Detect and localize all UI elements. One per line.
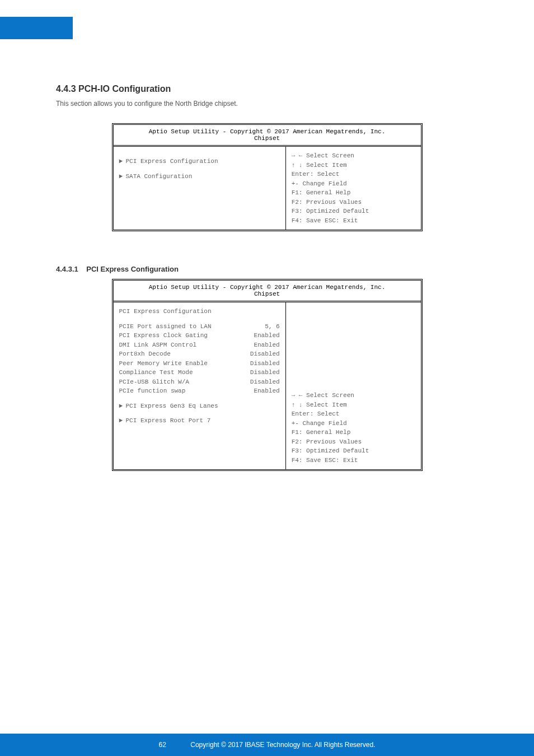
bios-pane-header: PCI Express Configuration [119,307,280,316]
bios-item[interactable]: PCIE Port assigned to LAN 5, 6 [119,322,280,332]
help-line: Enter: Select [292,170,415,179]
bios-item-value: Disabled [250,359,280,368]
bios-item[interactable]: ► PCI Express Gen3 Eq Lanes [119,402,280,411]
bios-item-label: PCIe function swap [119,386,254,396]
bios-item[interactable]: ► PCI Express Root Port 7 [119,416,280,426]
section-paragraph: This section allows you to configure the… [56,99,478,109]
triangle-right-icon: ► [119,157,126,166]
help-line: F1: General Help [292,428,415,437]
bios-item-label: PCI Express Root Port 7 [126,416,280,426]
bios-item-label: PCIE Port assigned to LAN [119,322,265,332]
bios-item-label: Peer Memory Write Enable [119,359,250,368]
section-title: PCH-IO Configuration [78,84,171,94]
subsection-title: PCI Express Configuration [86,265,179,273]
footer-bar: 62 Copyright © 2017 IBASE Technology Inc… [0,734,534,756]
bios-item[interactable]: Port8xh Decode Disabled [119,349,280,359]
footer-text: Copyright © 2017 IBASE Technology Inc. A… [190,741,375,749]
bios-item[interactable]: PCI Express Clock Gating Enabled [119,331,280,340]
triangle-right-icon: ► [119,402,126,411]
bios-setup-label: Aptio Setup Utility - Copyright © 2017 A… [114,284,421,291]
help-line: F4: Save ESC: Exit [292,456,415,465]
bios-left-pane: PCI Express Configuration PCIE Port assi… [114,302,285,469]
bios-item-label: PCI Express Clock Gating [119,331,254,340]
bios-item-label: Compliance Test Mode [119,368,250,377]
help-line: F2: Previous Values [292,198,415,207]
bios-item[interactable]: ► PCI Express Configuration [119,157,280,166]
bios-item-value: Enabled [254,340,279,350]
help-line: +- Change Field [292,419,415,428]
help-line: F3: Optimized Default [292,207,415,216]
bios-item-label: Port8xh Decode [119,349,250,359]
bios-tab-label: Chipset [114,291,421,297]
help-line: ↑ ↓ Select Item [292,400,415,410]
bios-item-value: Disabled [250,349,280,359]
section-heading: 4.4.3 PCH-IO Configuration [56,84,478,94]
help-line: F3: Optimized Default [292,446,415,456]
help-line: ↑ ↓ Select Item [292,161,415,170]
help-line: F1: General Help [292,188,415,198]
help-line: F2: Previous Values [292,437,415,447]
bios-item-value: Disabled [250,377,280,387]
bios-title: Aptio Setup Utility - Copyright © 2017 A… [114,281,421,302]
logo-box [0,17,73,39]
page-number: 62 [159,741,166,749]
bios-item-label: PCIe-USB Glitch W/A [119,377,250,387]
bios-tab-label: Chipset [114,135,421,142]
bios-item[interactable]: DMI Link ASPM Control Enabled [119,340,280,350]
bios-item-value: Enabled [254,386,279,396]
bios-item[interactable]: ► SATA Configuration [119,172,280,181]
bios-item-label: PCI Express Configuration [126,157,280,166]
help-line: +- Change Field [292,179,415,189]
triangle-right-icon: ► [119,172,126,181]
bios-item[interactable]: Compliance Test Mode Disabled [119,368,280,377]
bios-item-label: DMI Link ASPM Control [119,340,254,350]
bios-left-pane: ► PCI Express Configuration ► SATA Confi… [114,147,285,230]
help-line: Enter: Select [292,409,415,419]
bios-item[interactable]: Peer Memory Write Enable Disabled [119,359,280,368]
triangle-right-icon: ► [119,416,126,426]
bios-item-value: 5, 6 [265,322,279,332]
subsection-number: 4.4.3.1 [56,265,78,273]
bios-box-pci-express: Aptio Setup Utility - Copyright © 2017 A… [112,279,423,471]
bios-item-value: Enabled [254,331,279,340]
bios-box-pch-io: Aptio Setup Utility - Copyright © 2017 A… [112,123,423,231]
subsection-heading: 4.4.3.1 PCI Express Configuration [56,265,478,273]
bios-setup-label: Aptio Setup Utility - Copyright © 2017 A… [114,128,421,135]
help-line: → ← Select Screen [292,391,415,400]
bios-body: ► PCI Express Configuration ► SATA Confi… [114,147,421,230]
help-line: F4: Save ESC: Exit [292,216,415,226]
bios-body: PCI Express Configuration PCIE Port assi… [114,302,421,469]
bios-item[interactable]: PCIe function swap Enabled [119,386,280,396]
page: 4.4.3 PCH-IO Configuration This section … [0,0,534,756]
bios-item-label: SATA Configuration [126,172,280,181]
bios-title: Aptio Setup Utility - Copyright © 2017 A… [114,125,421,147]
section-number: 4.4.3 [56,84,76,94]
bios-item-label: PCI Express Gen3 Eq Lanes [126,402,280,411]
bios-item-value: Disabled [250,368,280,377]
bios-item[interactable]: PCIe-USB Glitch W/A Disabled [119,377,280,387]
bios-help-pane: → ← Select Screen ↑ ↓ Select Item Enter:… [285,147,421,230]
help-line: → ← Select Screen [292,151,415,161]
bios-help-pane: → ← Select Screen ↑ ↓ Select Item Enter:… [285,302,421,469]
